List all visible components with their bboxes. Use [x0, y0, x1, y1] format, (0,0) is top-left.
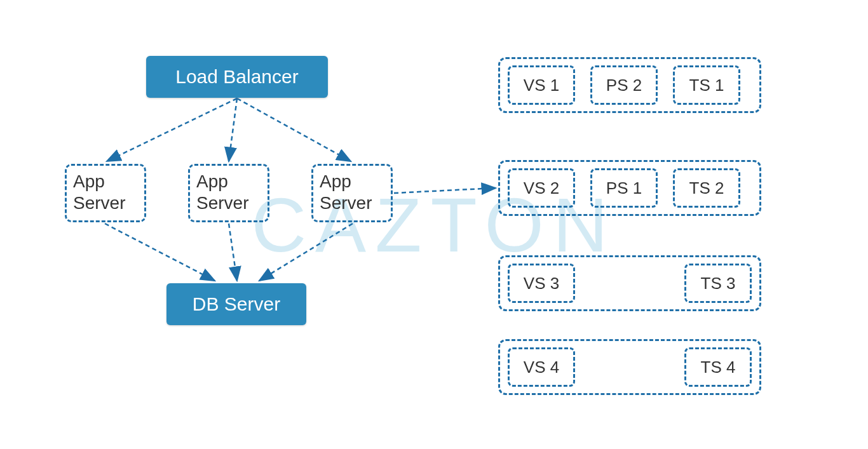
app-server-2: App Server	[188, 164, 269, 222]
cell-ts4: TS 4	[684, 347, 752, 387]
service-row-2: VS 2 PS 1 TS 2	[498, 160, 761, 216]
db-server-node: DB Server	[166, 283, 306, 325]
cell-ps1: PS 1	[590, 168, 658, 208]
cell-vs1: VS 1	[508, 65, 575, 105]
svg-line-7	[394, 188, 496, 193]
svg-line-4	[105, 224, 215, 281]
service-row-1: VS 1 PS 2 TS 1	[498, 57, 761, 113]
service-row-3: VS 3 TS 3	[498, 255, 761, 311]
cell-ts2: TS 2	[673, 168, 740, 208]
app-server-3-label: App Server	[320, 171, 384, 213]
app-server-2-label: App Server	[196, 171, 261, 213]
cell-vs2: VS 2	[508, 168, 575, 208]
svg-line-6	[259, 224, 353, 281]
cell-vs3: VS 3	[508, 264, 575, 303]
cell-ts3: TS 3	[684, 264, 752, 303]
svg-line-2	[229, 98, 237, 161]
cell-vs4: VS 4	[508, 347, 575, 387]
app-server-3: App Server	[311, 164, 393, 222]
service-row-4: VS 4 TS 4	[498, 339, 761, 395]
cell-ts1: TS 1	[673, 65, 740, 105]
load-balancer-node: Load Balancer	[146, 56, 328, 98]
cell-ps2: PS 2	[590, 65, 658, 105]
app-server-1: App Server	[65, 164, 146, 222]
svg-line-5	[229, 224, 237, 281]
svg-line-1	[107, 98, 237, 161]
app-server-1-label: App Server	[73, 171, 138, 213]
svg-line-3	[237, 98, 351, 161]
